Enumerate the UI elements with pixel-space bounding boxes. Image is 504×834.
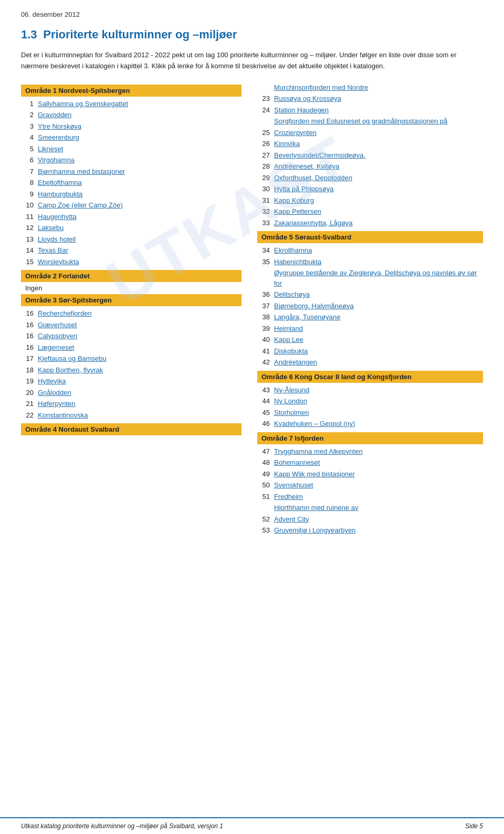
list-text[interactable]: Fredheim [274,492,303,502]
list-item: 16Lægerneset [21,342,242,353]
list-item: 26Kinnvika [257,139,483,149]
list-item: 23Russøya og Krossøya [257,93,483,104]
list-text[interactable]: Zakariassenhytta, Lågøya [274,218,353,228]
list-num: 27 [257,150,270,161]
list-item: 33Zakariassenhytta, Lågøya [257,218,483,228]
area5-header: Område 5 Søraust-Svalbard [257,231,483,243]
list-text[interactable]: Ytre Norskøya [38,121,81,132]
area7-list: 47Trygghamna med Alkepynten48Bohemannese… [257,446,483,536]
list-text[interactable]: Kvadehuken – Geopol (ny) [274,419,355,429]
list-item: 53Gruvemiljø i Longyearbyen [257,525,483,536]
list-text[interactable]: Bjørnhamna med bistasjoner [38,166,125,177]
list-item: 15Worsleybukta [21,257,242,267]
list-text[interactable]: Worsleybukta [38,257,79,267]
list-text[interactable]: Delitschøya [274,289,310,300]
list-item: 38Langåra, Tusenøyane [257,312,483,322]
list-item: Øygruppe bestående av Zieglerøya, Delits… [257,268,483,288]
list-text[interactable]: Hamburgbukta [38,189,82,200]
list-text[interactable]: Ekrollhamna [274,245,312,256]
list-text[interactable]: Lægerneset [38,342,74,353]
list-item: 47Trygghamna med Alkepynten [257,446,483,457]
list-text[interactable]: Heimland [274,324,303,334]
list-text[interactable]: Camp Zoe (eller Camp Zöe) [38,200,123,211]
list-num: 50 [257,480,270,491]
list-item: 44Ny London [257,396,483,406]
list-text[interactable]: Ebeltofthamna [38,178,82,188]
list-item: 6Virgohamna [21,155,242,165]
list-text[interactable]: Storholmen [274,408,309,418]
list-text[interactable]: Hyttevika [38,376,66,387]
list-text[interactable]: Hytta på Phippsøya [274,184,333,194]
list-item: 45Storholmen [257,408,483,418]
ingen-text: Ingen [25,284,242,292]
list-item: 32Kapp Pettersen [257,206,483,217]
list-item: 1Sallyhamna og Svenskegattet [21,99,242,109]
list-num: 41 [257,346,270,357]
list-item: 5Likneset [21,144,242,154]
list-text[interactable]: Diskobukta [274,346,308,357]
list-text[interactable]: Kapp Wijk med bistasjoner [274,469,355,479]
list-item: 24Station Haudegen [257,105,483,116]
list-text[interactable]: Kapp Borthen, flyvrak [38,365,103,376]
list-text[interactable]: Sorgfjorden med Eolusneset og gradmåling… [274,116,447,127]
list-item: 16Recherchefjorden [21,308,242,319]
area6-header: Område 6 Kong Oscar II land og Kongsfjor… [257,371,483,383]
list-text[interactable]: Laksebu [38,223,64,233]
list-text[interactable]: Ny-Ålesund [274,385,309,395]
list-item: Murchinsonfjorden med Nordre [257,82,483,93]
list-text[interactable]: Ny London [274,396,307,406]
list-num: 17 [21,353,34,364]
list-text[interactable]: Beverlysundet/Chermsideøya. [274,150,365,161]
header-date: 06. desember 2012 [21,11,483,18]
list-text[interactable]: Texas Bar [38,245,68,256]
list-text[interactable]: Recherchefjorden [38,308,92,319]
list-text[interactable]: Lloyds hotell [38,234,76,245]
list-text[interactable]: Hiorthhamn med ruinene av [274,503,358,513]
list-text[interactable]: Andréetangen [274,357,317,368]
list-text[interactable]: Andréeneset, Kvitøya [274,161,339,172]
list-text[interactable]: Oxfordhuset, Depotodden [274,173,352,183]
list-item: 43Ny-Ålesund [257,385,483,395]
list-text[interactable]: Smeerenburg [38,132,79,143]
list-item: 39Heimland [257,324,483,334]
list-text[interactable]: Station Haudegen [274,105,329,116]
list-item: 9Hamburgbukta [21,189,242,200]
list-text[interactable]: Gruvemiljø i Longyearbyen [274,525,355,536]
list-text[interactable]: Sallyhamna og Svenskegattet [38,99,128,109]
list-text[interactable]: Langåra, Tusenøyane [274,312,340,322]
list-text[interactable]: Giæverhuset [38,320,77,330]
list-item: 31Kapp Koburg [257,195,483,206]
list-text[interactable]: Haugenhytta [38,212,77,222]
list-text[interactable]: Kinnvika [274,139,300,149]
list-text[interactable]: Konstantinovska [38,410,88,421]
list-text[interactable]: Murchinsonfjorden med Nordre [274,82,368,93]
list-item: 28Andréeneset, Kvitøya [257,161,483,172]
list-text[interactable]: Gnålodden [38,388,71,398]
list-text[interactable]: Høferpynten [38,399,76,409]
list-text[interactable]: Habenichtbukta [274,257,321,267]
list-text[interactable]: Gravodden [38,110,71,120]
list-text[interactable]: Calypsobyen [38,331,77,341]
list-text[interactable]: Crozierpynten [274,128,317,138]
list-text[interactable]: Trygghamna med Alkepynten [274,446,363,457]
list-text[interactable]: Kjeftausa og Bamsebu [38,353,107,364]
list-text[interactable]: Øygruppe bestående av Zieglerøya, Delits… [274,268,483,288]
list-text[interactable]: Advent City [274,514,309,525]
area3-list: 16Recherchefjorden16Giæverhuset16Calypso… [21,308,242,420]
list-text[interactable]: Svenskhuset [274,480,313,491]
list-text[interactable]: Likneset [38,144,63,154]
list-text[interactable]: Kapp Lee [274,335,303,345]
list-text[interactable]: Kapp Pettersen [274,206,321,217]
list-text[interactable]: Bjørneborg. Halvmåneøya [274,301,354,311]
list-item: 19Hyttevika [21,376,242,387]
list-item: 25Crozierpynten [257,128,483,138]
list-item: Sorgfjorden med Eolusneset og gradmåling… [257,116,483,127]
list-text[interactable]: Virgohamna [38,155,75,165]
section-title: Prioriterte kulturminner og –miljøer [43,28,237,41]
list-text[interactable]: Kapp Koburg [274,195,314,206]
list-num: 25 [257,128,270,138]
list-text[interactable]: Bohemanneset [274,457,320,468]
list-item: 37Bjørneborg. Halvmåneøya [257,301,483,311]
list-text[interactable]: Russøya og Krossøya [274,93,341,104]
list-item: 42Andréetangen [257,357,483,368]
